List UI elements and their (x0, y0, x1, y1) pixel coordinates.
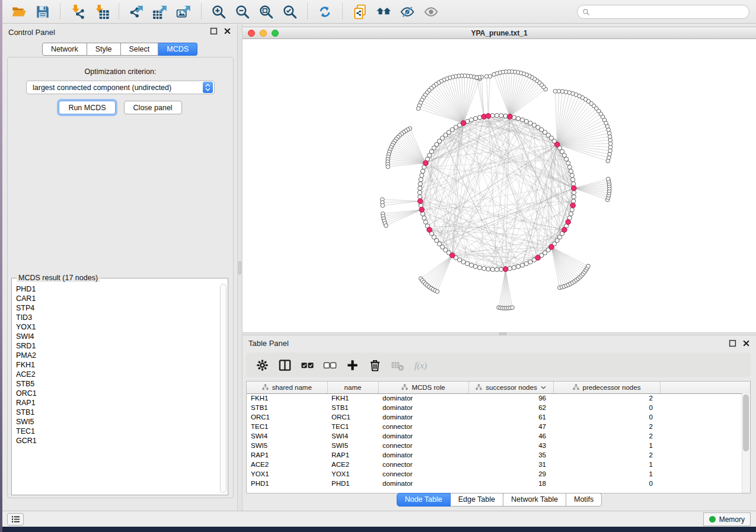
network-window: YPA_prune.txt_1 (243, 24, 756, 332)
clone-network-icon[interactable] (350, 2, 370, 21)
export-network-icon[interactable] (126, 2, 146, 21)
tab-select[interactable]: Select (121, 43, 159, 56)
table-cell: 0 (553, 412, 660, 422)
table-cell: 31 (468, 460, 553, 469)
mcds-result-item[interactable]: SWI4 (16, 332, 219, 341)
deselect-all-check-icon[interactable] (321, 356, 339, 374)
table-cell: dominator (378, 450, 468, 460)
memory-button[interactable]: Memory (703, 512, 751, 526)
table-row[interactable]: YOX1YOX1connector291 (247, 469, 750, 479)
table-cell: 35 (468, 450, 553, 460)
import-network-icon[interactable] (68, 2, 88, 21)
search-box[interactable] (577, 5, 749, 19)
float-panel-icon[interactable] (210, 27, 218, 35)
import-table-icon[interactable] (91, 2, 111, 21)
mcds-result-item[interactable]: YOX1 (16, 322, 219, 332)
network-canvas[interactable] (243, 39, 756, 332)
mcds-result-item[interactable]: FKH1 (16, 360, 219, 370)
mcds-result-item[interactable]: PMA2 (16, 351, 219, 360)
select-all-check-icon[interactable] (298, 356, 316, 374)
show-all-icon[interactable] (421, 2, 441, 21)
table-cell: 29 (468, 469, 553, 479)
table-scrollbar-thumb[interactable] (743, 395, 749, 451)
toggle-panes-icon[interactable] (276, 356, 294, 374)
tab-edge-table[interactable]: Edge Table (451, 493, 503, 507)
table-cell: 2 (553, 422, 660, 431)
refresh-icon[interactable] (315, 2, 335, 21)
optimization-criterion-select[interactable]: largest connected component (undirected) (26, 81, 215, 94)
vertical-splitter[interactable] (237, 24, 243, 511)
table-row[interactable]: PHD1PHD1dominator180 (247, 479, 750, 488)
tab-node-table[interactable]: Node Table (397, 493, 451, 507)
column-header-shared-name[interactable]: shared name (247, 382, 327, 393)
column-header-name[interactable]: name (327, 382, 378, 393)
table-row[interactable]: TEC1TEC1connector472 (247, 422, 750, 431)
mcds-result-item[interactable]: SWI5 (16, 417, 219, 427)
tab-mcds[interactable]: MCDS (158, 43, 197, 56)
desktop-background: Control Panel NetworkStyleSelectMCDS Opt… (0, 0, 756, 532)
mcds-result-item[interactable]: STB5 (16, 379, 219, 389)
close-panel-button[interactable]: Close panel (124, 101, 182, 114)
zoom-in-icon[interactable] (209, 2, 229, 21)
save-session-icon[interactable] (33, 2, 53, 21)
tab-style[interactable]: Style (87, 43, 121, 56)
table-row[interactable]: SWI5SWI5connector431 (247, 441, 750, 450)
mcds-result-scrollbar[interactable] (220, 284, 227, 493)
tab-network[interactable]: Network (42, 43, 87, 56)
export-image-icon[interactable] (174, 2, 194, 21)
mcds-result-item[interactable]: GCR1 (16, 436, 219, 446)
column-header-successor-nodes[interactable]: successor nodes (468, 382, 553, 393)
table-cell: dominator (378, 412, 468, 422)
toolbar-separator (307, 4, 308, 20)
toolbar-group (66, 2, 113, 21)
first-neighbors-icon[interactable] (374, 2, 394, 21)
mcds-result-item[interactable]: TEC1 (16, 427, 219, 436)
open-file-icon[interactable] (9, 2, 29, 21)
table-cell: RAP1 (327, 450, 378, 460)
mcds-result-item[interactable]: ORC1 (16, 389, 219, 398)
table-settings-icon[interactable] (253, 356, 271, 374)
table-cell: dominator (378, 393, 468, 403)
vertical-splitter-handle[interactable] (238, 261, 241, 274)
table-cell: 43 (468, 441, 553, 450)
column-header-predecessor-nodes[interactable]: predecessor nodes (553, 382, 660, 393)
tab-network-table[interactable]: Network Table (503, 493, 566, 507)
table-row[interactable]: SWI4SWI4dominator462 (247, 431, 750, 441)
add-column-icon[interactable] (343, 356, 361, 374)
hide-selected-icon[interactable] (397, 2, 417, 21)
close-table-panel-icon[interactable] (742, 339, 750, 347)
table-row[interactable]: FKH1FKH1dominator962 (247, 393, 750, 403)
zoom-fit-icon[interactable] (256, 2, 276, 21)
run-mcds-button[interactable]: Run MCDS (59, 101, 115, 114)
mcds-result-item[interactable]: CAR1 (16, 294, 219, 303)
table-scrollbar[interactable] (742, 393, 750, 493)
table-row[interactable]: ACE2ACE2connector311 (247, 460, 750, 469)
delete-column-icon[interactable] (366, 356, 384, 374)
float-table-panel-icon[interactable] (729, 339, 736, 347)
column-header-MCDS-role[interactable]: MCDS role (378, 382, 468, 393)
mcds-result-item[interactable]: TID3 (16, 313, 219, 322)
table-cell: STB1 (327, 403, 378, 412)
table-cell: 96 (468, 393, 553, 403)
close-panel-icon[interactable] (224, 27, 231, 35)
mcds-result-item[interactable]: RAP1 (16, 398, 219, 408)
table-row[interactable]: ORC1ORC1dominator610 (247, 412, 750, 422)
tab-motifs[interactable]: Motifs (566, 493, 602, 507)
toolbar-group (7, 2, 55, 21)
mcds-result-item[interactable]: STB1 (16, 408, 219, 417)
search-input[interactable] (590, 7, 749, 17)
mcds-result-item[interactable]: STP4 (16, 303, 219, 313)
task-history-button[interactable] (7, 513, 24, 525)
export-table-icon[interactable] (150, 2, 170, 21)
table-row[interactable]: RAP1RAP1dominator352 (247, 450, 750, 460)
toolbar-separator (119, 4, 119, 20)
zoom-selected-icon[interactable] (280, 2, 300, 21)
mcds-result-item[interactable]: ACE2 (16, 370, 219, 379)
table-cell: SWI4 (247, 431, 327, 441)
mcds-result-item[interactable]: PHD1 (16, 284, 219, 294)
zoom-out-icon[interactable] (232, 2, 253, 21)
table-row[interactable]: STB1STB1dominator620 (247, 403, 750, 412)
table-cell: connector (378, 460, 468, 469)
mcds-result-item[interactable]: SRD1 (16, 341, 219, 351)
memory-status-icon (709, 516, 716, 523)
